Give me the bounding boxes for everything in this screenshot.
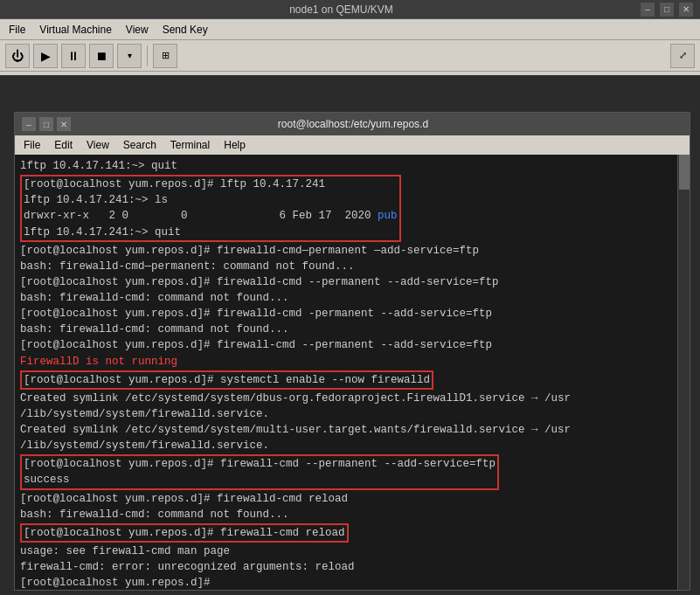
- line-1: lftp 10.4.17.141:~> quit: [20, 158, 684, 174]
- line-11: bash: firewalld-cmd: command not found..…: [20, 322, 684, 337]
- terminal-titlebar: – □ ✕ root@localhost:/etc/yum.repos.d: [15, 113, 690, 135]
- window-title: node1 on QEMU/KVM: [42, 3, 641, 16]
- line-6: [root@localhost yum.repos.d]# firewalld-…: [20, 243, 684, 259]
- vm-menu-view[interactable]: View: [121, 22, 154, 38]
- line-23: [root@localhost yum.repos.d]#: [20, 575, 684, 590]
- lftp-block: [root@localhost yum.repos.d]# lftp 10.4.…: [20, 175, 401, 242]
- firewall-reload-block: [root@localhost yum.repos.d]# firewall-c…: [20, 523, 349, 543]
- line-14: Created symlink /etc/systemd/system/dbus…: [20, 391, 684, 406]
- vm-menu-virtual-machine[interactable]: Virtual Machine: [34, 22, 117, 38]
- title-bar: node1 on QEMU/KVM – □ ✕: [0, 0, 700, 19]
- line-16: [root@localhost yum.repos.d]# firewall-c…: [24, 456, 496, 472]
- terminal-content[interactable]: lftp 10.4.17.141:~> quit [root@localhost…: [15, 155, 690, 590]
- line-4: drwxr-xr-x 2 0 0 6 Feb 17 2020 pub: [24, 208, 398, 224]
- line-15b: /lib/systemd/system/firewalld.service.: [20, 438, 684, 453]
- dropdown-button[interactable]: ▾: [117, 44, 142, 68]
- vm-menubar: File Virtual Machine View Send Key: [0, 19, 700, 40]
- line-3: lftp 10.4.17.241:~> ls: [24, 192, 398, 208]
- scrollbar[interactable]: [677, 155, 690, 590]
- terminal-close[interactable]: ✕: [57, 117, 71, 131]
- line-22: firewall-cmd: error: unrecognized argume…: [20, 559, 684, 575]
- screenshot-button[interactable]: ⊞: [153, 44, 177, 68]
- minimize-button[interactable]: –: [641, 3, 655, 17]
- line-firewallD-not-running: FirewallD is not running: [20, 354, 684, 370]
- line-13: [root@localhost yum.repos.d]# systemctl …: [24, 372, 430, 388]
- terminal-menu-search[interactable]: Search: [118, 138, 162, 152]
- line-19: bash: firewalld-cmd: command not found..…: [20, 507, 684, 522]
- line-21: usage: see firewall-cmd man page: [20, 543, 684, 559]
- line-18: [root@localhost yum.repos.d]# firewalld-…: [20, 491, 684, 507]
- scrollbar-thumb[interactable]: [679, 155, 690, 190]
- terminal-minimize[interactable]: –: [22, 117, 36, 131]
- line-7: bash: firewalld-cmd—permanent: command n…: [20, 259, 684, 274]
- line-15: Created symlink /etc/systemd/system/mult…: [20, 422, 684, 438]
- line-5: lftp 10.4.17.241:~> quit: [24, 225, 398, 240]
- terminal-maximize[interactable]: □: [39, 117, 53, 131]
- stop-button[interactable]: ⏹: [89, 44, 114, 68]
- terminal-menu: File Edit View Search Terminal Help: [15, 135, 690, 155]
- vm-menu-send-key[interactable]: Send Key: [157, 22, 213, 38]
- line-12: [root@localhost yum.repos.d]# firewall-c…: [20, 337, 684, 353]
- toolbar-separator: [147, 45, 148, 66]
- line-9: bash: firewalld-cmd: command not found..…: [20, 290, 684, 306]
- maximize-button[interactable]: □: [660, 3, 674, 17]
- vm-menu-file[interactable]: File: [3, 22, 31, 38]
- line-20: [root@localhost yum.repos.d]# firewall-c…: [24, 525, 345, 541]
- line-2: [root@localhost yum.repos.d]# lftp 10.4.…: [24, 176, 398, 192]
- vm-toolbar: ⏻ ▶ ⏸ ⏹ ▾ ⊞ ⤢: [0, 40, 700, 72]
- terminal-menu-file[interactable]: File: [18, 138, 45, 152]
- line-17: success: [24, 472, 496, 488]
- terminal-controls-left: – □ ✕: [22, 117, 71, 131]
- terminal-menu-edit[interactable]: Edit: [49, 138, 78, 152]
- firewall-success-block: [root@localhost yum.repos.d]# firewall-c…: [20, 454, 499, 489]
- close-button[interactable]: ✕: [679, 3, 693, 17]
- line-14b: /lib/systemd/system/firewalld.service.: [20, 406, 684, 422]
- terminal-window: – □ ✕ root@localhost:/etc/yum.repos.d Fi…: [14, 112, 690, 591]
- pause-button[interactable]: ⏸: [61, 44, 86, 68]
- window-controls: – □ ✕: [641, 3, 693, 17]
- play-button[interactable]: ▶: [33, 44, 58, 68]
- systemctl-block: [root@localhost yum.repos.d]# systemctl …: [20, 370, 433, 390]
- terminal-menu-view[interactable]: View: [81, 138, 114, 152]
- fullscreen-button[interactable]: ⤢: [670, 44, 695, 68]
- terminal-title: root@localhost:/etc/yum.repos.d: [71, 118, 635, 130]
- terminal-menu-help[interactable]: Help: [218, 138, 251, 152]
- power-button[interactable]: ⏻: [5, 44, 30, 68]
- line-8: [root@localhost yum.repos.d]# firewalld-…: [20, 274, 684, 290]
- terminal-menu-terminal[interactable]: Terminal: [165, 138, 215, 152]
- line-10: [root@localhost yum.repos.d]# firewalld-…: [20, 306, 684, 322]
